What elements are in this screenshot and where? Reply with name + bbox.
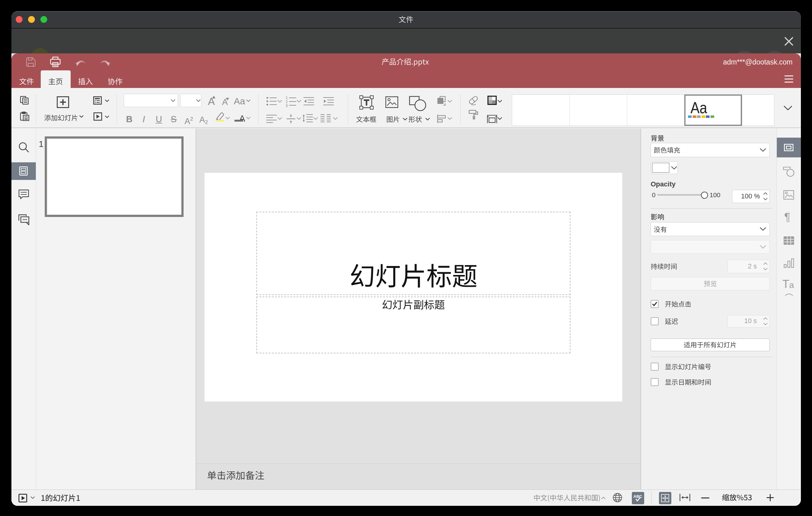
svg-text:2: 2 xyxy=(286,100,288,104)
svg-text:3: 3 xyxy=(286,104,288,108)
svg-text:ABC: ABC xyxy=(633,494,642,499)
svg-text:1: 1 xyxy=(286,96,288,100)
